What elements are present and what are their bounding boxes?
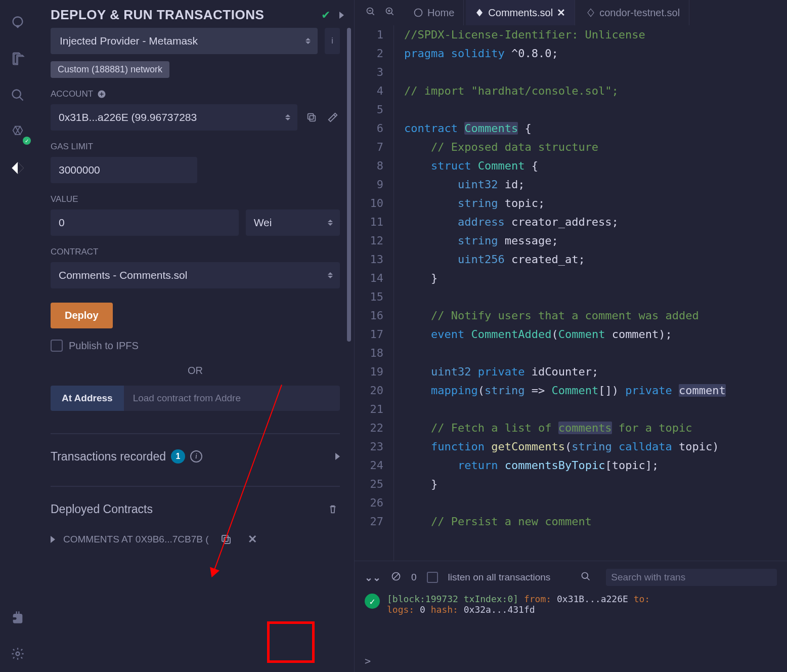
svg-point-15 [415,9,422,17]
tx-recorded-count: 1 [171,449,185,464]
solidity-file-icon [586,8,595,17]
solidity-file-icon [475,8,484,17]
contract-label: CONTRACT [51,247,340,257]
search-icon[interactable] [6,83,30,107]
remix-logo-icon[interactable] [6,10,30,34]
solidity-compiler-icon[interactable]: ✓ [6,119,30,144]
deployed-contracts-heading: Deployed Contracts [51,502,153,516]
tab-close-icon[interactable]: ✕ [557,7,565,19]
svg-point-0 [13,90,21,98]
status-check-icon: ✔ [321,9,330,22]
svg-line-10 [372,13,374,15]
tab-comments-sol[interactable]: Comments.sol ✕ [466,0,575,25]
at-address-button[interactable]: At Address [51,386,124,411]
value-label: VALUE [51,194,340,204]
account-value: 0x31B...a226E (99.96737283 [59,111,197,123]
listen-checkbox[interactable] [427,572,438,583]
svg-rect-5 [308,114,314,119]
copy-account-icon[interactable] [304,110,319,124]
account-select[interactable]: 0x31B...a226E (99.96737283 [51,104,297,131]
value-unit-select[interactable]: Wei [246,209,340,236]
tx-recorded-expand-icon[interactable] [335,453,340,460]
svg-point-18 [582,572,588,578]
svg-rect-7 [222,535,228,541]
edit-account-icon[interactable] [326,110,340,124]
tx-success-icon: ✓ [365,594,380,609]
tab-home[interactable]: Home [404,0,464,25]
svg-rect-4 [310,115,315,121]
clear-deployed-icon[interactable] [326,502,340,516]
listen-label: listen on all transactions [448,572,551,583]
zoom-out-icon[interactable] [366,7,376,19]
plugin-manager-icon[interactable] [6,605,30,629]
at-address-input[interactable]: Load contract from Addre [124,386,340,411]
line-gutter: 1 2 3 4 5 6 7 8 9 10 11 12 13 14 15 16 1… [355,25,394,561]
add-account-icon[interactable] [97,90,106,99]
editor-pane: Home Comments.sol ✕ condor-testnet.sol 1… [354,0,787,672]
terminal-search-icon[interactable] [581,571,591,584]
terminal-prompt[interactable]: > [365,650,777,672]
network-chip: Custom (188881) network [51,61,169,78]
terminal-search-input[interactable]: Search with trans [606,569,777,586]
publish-ipfs-label: Publish to IPFS [69,340,139,352]
copy-deployed-address-icon[interactable] [219,532,233,547]
settings-icon[interactable] [6,642,30,666]
terminal-panel: ⌄⌄ 0 listen on all transactions Search w… [355,561,787,672]
svg-point-2 [16,652,20,656]
code-content[interactable]: //SPDX-License-Identifier: Unlicense pra… [394,25,726,561]
svg-line-17 [394,574,399,579]
publish-ipfs-checkbox[interactable] [51,340,63,352]
deploy-run-icon[interactable] [6,156,30,180]
value-amount-input[interactable]: 0 [51,209,239,236]
home-icon [413,8,423,18]
gas-limit-input[interactable]: 3000000 [51,157,197,183]
gas-limit-label: GAS LIMIT [51,142,340,152]
compile-success-badge: ✓ [23,137,31,145]
file-explorer-icon[interactable] [6,47,30,71]
icon-rail: ✓ [0,0,35,672]
terminal-clear-icon[interactable] [391,571,401,584]
collapse-icon[interactable] [339,12,344,19]
deployed-contract-name[interactable]: COMMENTS AT 0X9B6...7CB7B ( [63,534,209,545]
environment-select[interactable]: Injected Provider - Metamask [51,28,318,54]
zoom-in-icon[interactable] [385,7,395,19]
tx-recorded-info-icon[interactable]: i [190,450,202,463]
contract-select[interactable]: Comments - Comments.sol [51,262,340,288]
deploy-run-panel: DEPLOY & RUN TRANSACTIONS ✔ Injected Pro… [35,0,354,672]
code-editor[interactable]: 1 2 3 4 5 6 7 8 9 10 11 12 13 14 15 16 1… [355,25,787,561]
svg-line-1 [20,97,23,101]
panel-title: DEPLOY & RUN TRANSACTIONS [51,7,321,23]
environment-value: Injected Provider - Metamask [60,35,309,47]
account-label: ACCOUNT [51,89,340,99]
environment-info-icon[interactable]: i [325,28,340,54]
remove-deployed-icon[interactable]: ✕ [245,532,259,547]
deployed-expand-icon[interactable] [51,536,55,543]
editor-tabs: Home Comments.sol ✕ condor-testnet.sol [355,0,787,25]
or-divider: OR [51,365,340,376]
terminal-log-entry[interactable]: ✓ [block:199732 txIndex:0] from: 0x31B..… [365,594,777,615]
deploy-button[interactable]: Deploy [51,303,113,328]
svg-line-19 [587,577,590,580]
svg-line-14 [391,13,394,15]
tx-recorded-label: Transactions recorded [51,450,166,464]
pending-tx-count: 0 [411,572,417,583]
svg-rect-6 [224,537,230,543]
scrollbar[interactable] [347,28,351,342]
terminal-chevrons-icon[interactable]: ⌄⌄ [365,572,381,583]
tab-condor-testnet[interactable]: condor-testnet.sol [577,0,689,25]
